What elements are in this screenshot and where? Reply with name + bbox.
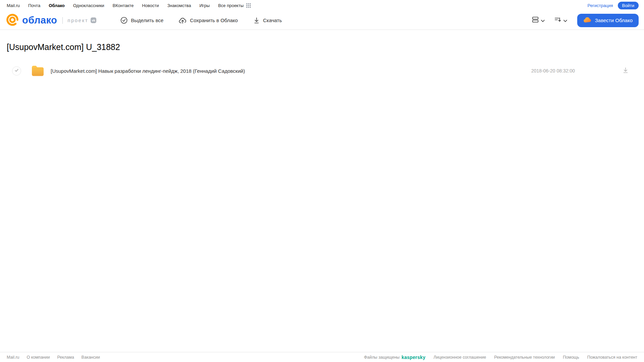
file-checkbox[interactable]: [12, 66, 21, 75]
view-mode-selector[interactable]: [530, 15, 547, 26]
share-content: [UsupovMarket.com] U_31882 [Usu: [0, 42, 644, 79]
page-title: [UsupovMarket.com] U_31882: [7, 42, 637, 52]
footer-left-links: Mail.ru О компании Реклама Вакансии: [7, 355, 100, 360]
footer-link-recommendation-tech[interactable]: Рекомендательные технологии: [494, 355, 555, 360]
share-toolbar: Выделить все Сохранить в Облако Скачат: [120, 17, 282, 24]
cloud-icon: [583, 17, 592, 24]
select-all-label: Выделить все: [131, 17, 163, 23]
file-name-link[interactable]: [UsupovMarket.com] Навык разработки ленд…: [51, 68, 245, 74]
select-all-button[interactable]: Выделить все: [120, 17, 163, 24]
check-circle-icon: [120, 17, 128, 24]
get-cloud-button[interactable]: Завести Облако: [577, 14, 639, 27]
footer-link-license[interactable]: Лицензионное соглашение: [434, 355, 486, 360]
topnav-auth: Регистрация Войти: [588, 2, 639, 9]
footer-link-report-content[interactable]: Пожаловаться на контент: [587, 355, 637, 360]
checkbox-check-icon: [14, 68, 19, 74]
page-footer: Mail.ru О компании Реклама Вакансии Файл…: [0, 352, 644, 362]
at-logo-icon: [5, 13, 19, 28]
save-to-cloud-button[interactable]: Сохранить в Облако: [179, 17, 238, 24]
download-icon: [253, 17, 260, 24]
footer-link-jobs[interactable]: Вакансии: [82, 355, 100, 360]
logo-divider: [62, 17, 63, 24]
logo-wordmark: облако: [22, 15, 57, 26]
topnav-item-cloud[interactable]: Облако: [49, 3, 65, 8]
apps-grid-icon[interactable]: [246, 3, 251, 8]
portal-nav: Mail.ru Почта Облако Одноклассники ВКонт…: [7, 3, 244, 8]
sort-icon: [555, 17, 561, 23]
topnav-item-games[interactable]: Игры: [199, 3, 210, 8]
cloud-upload-icon: [179, 17, 187, 24]
kaspersky-protection: Файлы защищены kaspersky: [364, 355, 425, 360]
portal-top-bar: Mail.ru Почта Облако Одноклассники ВКонт…: [0, 0, 644, 11]
footer-link-about[interactable]: О компании: [27, 355, 50, 360]
get-cloud-label: Завести Облако: [595, 17, 633, 23]
topnav-item-news[interactable]: Новости: [142, 3, 159, 8]
topnav-item-vkontakte[interactable]: ВКонтакте: [113, 3, 134, 8]
topnav-item-mail[interactable]: Почта: [28, 3, 40, 8]
download-label: Скачать: [263, 17, 282, 23]
file-row[interactable]: [UsupovMarket.com] Навык разработки ленд…: [7, 63, 637, 79]
vk-icon: vk: [91, 17, 96, 23]
topnav-item-odnoklassniki[interactable]: Одноклассники: [73, 3, 104, 8]
protected-by-label: Файлы защищены: [364, 355, 399, 360]
cloud-header: облако проект vk Выделить все Сохр: [0, 11, 644, 30]
download-button[interactable]: Скачать: [253, 17, 282, 24]
view-mode-icon: [532, 17, 539, 24]
download-icon: [623, 67, 629, 74]
sort-selector[interactable]: [552, 15, 570, 25]
kaspersky-logo[interactable]: kaspersky: [402, 355, 426, 360]
footer-link-mailru[interactable]: Mail.ru: [7, 355, 19, 360]
file-download-button[interactable]: [623, 67, 629, 74]
cloud-logo[interactable]: облако проект vk: [5, 13, 96, 28]
footer-right-links: Файлы защищены kaspersky Лицензионное со…: [364, 355, 637, 360]
chevron-down-icon: [563, 17, 567, 23]
folder-icon: [31, 64, 45, 77]
topnav-item-mailru[interactable]: Mail.ru: [7, 3, 20, 8]
footer-link-ads[interactable]: Реклама: [57, 355, 74, 360]
login-button[interactable]: Войти: [618, 2, 639, 9]
file-date: 2018-06-20 08:32:00: [531, 68, 575, 73]
save-to-cloud-label: Сохранить в Облако: [190, 17, 238, 23]
header-controls: Завести Облако: [530, 14, 639, 27]
footer-link-help[interactable]: Помощь: [563, 355, 579, 360]
topnav-item-dating[interactable]: Знакомства: [167, 3, 191, 8]
project-label: проект: [67, 17, 88, 23]
registration-link[interactable]: Регистрация: [588, 3, 613, 8]
topnav-item-all-projects[interactable]: Все проекты: [218, 3, 244, 8]
chevron-down-icon: [541, 17, 545, 23]
